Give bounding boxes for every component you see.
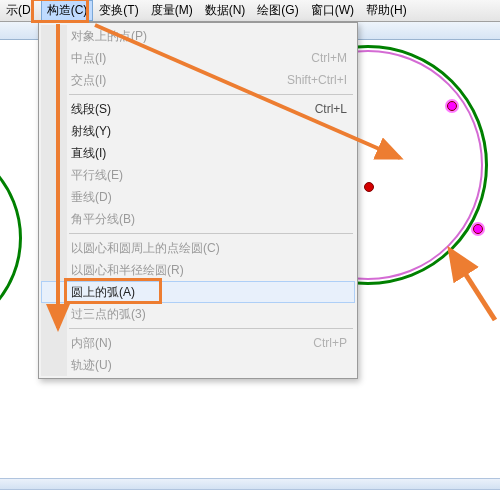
menubar: 示(D)构造(C)变换(T)度量(M)数据(N)绘图(G)窗口(W)帮助(H) [0, 0, 500, 22]
menu-item: 内部(N)Ctrl+P [41, 332, 355, 354]
menu-item-label: 平行线(E) [71, 167, 123, 184]
menu-item-label: 以圆心和圆周上的点绘圆(C) [71, 240, 220, 257]
menu-item: 角平分线(B) [41, 208, 355, 230]
menu-item-label: 垂线(D) [71, 189, 112, 206]
menu-item[interactable]: 圆上的弧(A) [41, 281, 355, 303]
menu-separator [69, 94, 353, 95]
menu-item-shortcut: Shift+Ctrl+I [287, 73, 347, 87]
menu-示(D)[interactable]: 示(D) [0, 0, 41, 21]
menu-item-shortcut: Ctrl+M [311, 51, 347, 65]
menu-separator [69, 328, 353, 329]
menu-度量(M)[interactable]: 度量(M) [145, 0, 199, 21]
menu-绘图(G)[interactable]: 绘图(G) [251, 0, 304, 21]
menu-窗口(W)[interactable]: 窗口(W) [305, 0, 360, 21]
menu-item-shortcut: Ctrl+L [315, 102, 347, 116]
menu-item-shortcut: Ctrl+P [313, 336, 347, 350]
menu-item-label: 过三点的弧(3) [71, 306, 146, 323]
menu-item-label: 中点(I) [71, 50, 106, 67]
circle-point-2[interactable] [473, 224, 483, 234]
menu-item: 以圆心和圆周上的点绘圆(C) [41, 237, 355, 259]
menu-item[interactable]: 线段(S)Ctrl+L [41, 98, 355, 120]
menu-数据(N)[interactable]: 数据(N) [199, 0, 252, 21]
menu-item-label: 轨迹(U) [71, 357, 112, 374]
menu-item-label: 以圆心和半径绘圆(R) [71, 262, 184, 279]
menu-item: 交点(I)Shift+Ctrl+I [41, 69, 355, 91]
circle-left[interactable] [0, 138, 22, 338]
menu-item-label: 角平分线(B) [71, 211, 135, 228]
menu-item: 对象上的点(P) [41, 25, 355, 47]
menu-构造(C)[interactable]: 构造(C) [41, 0, 94, 21]
menu-item-label: 内部(N) [71, 335, 112, 352]
menu-变换(T)[interactable]: 变换(T) [93, 0, 144, 21]
menu-item-label: 直线(I) [71, 145, 106, 162]
dropdown-menu-construct: 对象上的点(P)中点(I)Ctrl+M交点(I)Shift+Ctrl+I线段(S… [38, 22, 358, 379]
menu-item: 以圆心和半径绘圆(R) [41, 259, 355, 281]
menu-帮助(H)[interactable]: 帮助(H) [360, 0, 413, 21]
menu-item: 平行线(E) [41, 164, 355, 186]
menu-item[interactable]: 直线(I) [41, 142, 355, 164]
menu-item-label: 射线(Y) [71, 123, 111, 140]
menu-item: 过三点的弧(3) [41, 303, 355, 325]
menu-item-label: 交点(I) [71, 72, 106, 89]
menu-item[interactable]: 射线(Y) [41, 120, 355, 142]
menu-item-label: 圆上的弧(A) [71, 284, 135, 301]
circle-center-point[interactable] [364, 182, 374, 192]
menu-item-label: 对象上的点(P) [71, 28, 147, 45]
menu-item: 轨迹(U) [41, 354, 355, 376]
menu-item-label: 线段(S) [71, 101, 111, 118]
circle-point-1[interactable] [447, 101, 457, 111]
status-bar [0, 478, 500, 490]
menu-item: 垂线(D) [41, 186, 355, 208]
menu-separator [69, 233, 353, 234]
menu-item: 中点(I)Ctrl+M [41, 47, 355, 69]
